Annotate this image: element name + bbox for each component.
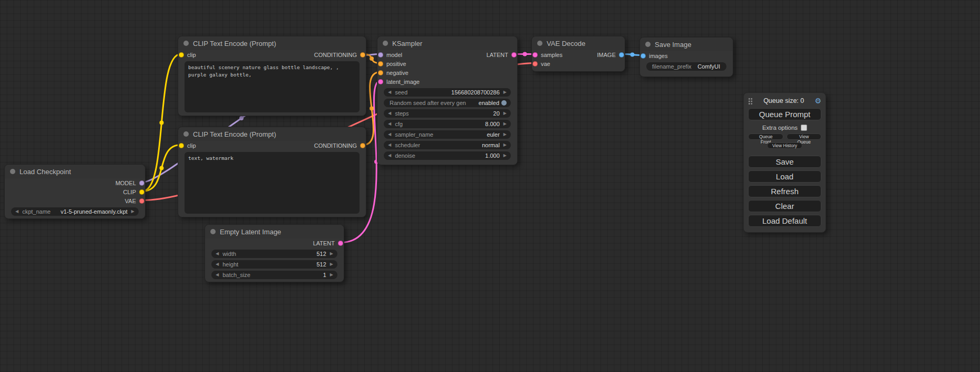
refresh-button[interactable]: Refresh [748, 185, 821, 197]
widget-label: Random seed after every gen [390, 100, 466, 106]
widget-ckpt-name[interactable]: ◀ ckpt_name v1-5-pruned-emaonly.ckpt ▶ [11, 207, 139, 216]
drag-handle-icon[interactable] [748, 97, 753, 104]
output-slot-conditioning[interactable] [360, 143, 365, 148]
node-title-bar[interactable]: CLIP Text Encode (Prompt) [178, 127, 366, 141]
output-label-clip: CLIP [123, 189, 136, 195]
wire-dot-clip-positive [160, 121, 164, 125]
slot-row: images [640, 51, 733, 60]
node-title-bar[interactable]: Load Checkpoint [5, 165, 145, 178]
menu-header: Queue size: 0 ⚙ [748, 96, 821, 106]
widget-scheduler[interactable]: ◀ scheduler normal ▶ [384, 141, 511, 149]
combo-prev-icon[interactable]: ◀ [388, 132, 391, 137]
widget-height[interactable]: ◀ height 512 ▶ [211, 260, 337, 269]
increment-icon[interactable]: ▶ [330, 252, 333, 256]
widget-random-seed-toggle[interactable]: Random seed after every gen enabled [384, 99, 511, 107]
slot-row: LATENT [205, 239, 344, 247]
input-slot-samples[interactable] [532, 52, 538, 58]
input-slot-vae[interactable] [532, 61, 538, 66]
settings-gear-icon[interactable]: ⚙ [814, 97, 821, 104]
output-slot-model[interactable] [139, 180, 144, 186]
output-slot-clip[interactable] [139, 189, 144, 195]
node-ksampler[interactable]: KSampler model LATENT positive negative [377, 36, 518, 165]
widget-steps[interactable]: ◀ steps 20 ▶ [384, 109, 511, 118]
node-empty-latent-image[interactable]: Empty Latent Image LATENT ◀ width 512 ▶ … [205, 224, 344, 282]
input-slot-negative[interactable] [378, 70, 383, 75]
widget-label: sampler_name [395, 131, 433, 138]
save-button[interactable]: Save [748, 156, 821, 168]
input-slot-images[interactable] [641, 53, 646, 59]
node-save-image[interactable]: Save Image images filename_prefix ComfyU… [639, 37, 733, 77]
output-slot-image[interactable] [619, 52, 624, 58]
decrement-icon[interactable]: ◀ [216, 273, 219, 277]
combo-next-icon[interactable]: ▶ [131, 209, 134, 214]
input-slot-model[interactable] [378, 52, 383, 58]
widget-cfg[interactable]: ◀ cfg 8.000 ▶ [384, 120, 511, 128]
node-title: Load Checkpoint [20, 168, 71, 176]
view-history-button[interactable]: View History [767, 142, 802, 149]
node-title-bar[interactable]: Save Image [640, 37, 733, 51]
decrement-icon[interactable]: ◀ [388, 111, 391, 116]
widget-filename-prefix[interactable]: filename_prefix ComfyUI [646, 62, 726, 71]
increment-icon[interactable]: ▶ [503, 122, 507, 126]
node-load-checkpoint[interactable]: Load Checkpoint MODEL CLIP VAE ◀ ckpt_na… [4, 164, 145, 219]
widget-sampler-name[interactable]: ◀ sampler_name euler ▶ [384, 130, 511, 139]
node-title-bar[interactable]: VAE Decode [532, 36, 625, 50]
output-slot-latent[interactable] [511, 52, 517, 58]
slot-row: latent_image [377, 77, 517, 86]
decrement-icon[interactable]: ◀ [388, 90, 391, 94]
widget-batch-size[interactable]: ◀ batch_size 1 ▶ [211, 271, 337, 279]
load-button[interactable]: Load [748, 170, 821, 183]
node-graph-canvas[interactable]: Load Checkpoint MODEL CLIP VAE ◀ ckpt_na… [0, 0, 980, 372]
toggle-knob-icon[interactable] [501, 100, 507, 106]
prompt-textarea[interactable]: beautiful scenery nature glass bottle la… [185, 61, 360, 112]
slot-row: model LATENT [377, 50, 517, 59]
slot-row: vae [532, 59, 625, 68]
node-status-dot [210, 229, 216, 234]
decrement-icon[interactable]: ◀ [388, 122, 391, 126]
slot-row: positive [377, 59, 517, 68]
increment-icon[interactable]: ▶ [330, 262, 333, 266]
widget-denoise[interactable]: ◀ denoise 1.000 ▶ [384, 151, 511, 160]
queue-prompt-button[interactable]: Queue Prompt [748, 108, 821, 120]
widget-value: 1.000 [485, 152, 500, 159]
clear-button[interactable]: Clear [748, 200, 821, 212]
decrement-icon[interactable]: ◀ [388, 154, 391, 158]
widget-value: 20 [493, 110, 500, 117]
combo-prev-icon[interactable]: ◀ [388, 143, 391, 147]
input-slot-clip[interactable] [179, 143, 184, 148]
decrement-icon[interactable]: ◀ [216, 252, 219, 256]
increment-icon[interactable]: ▶ [503, 111, 507, 116]
widget-label: filename_prefix [652, 63, 692, 70]
input-label-negative: negative [386, 70, 409, 76]
node-status-dot [10, 169, 15, 174]
widget-label: denoise [395, 152, 415, 159]
output-slot-conditioning[interactable] [360, 52, 365, 58]
decrement-icon[interactable]: ◀ [216, 262, 219, 266]
view-queue-button[interactable]: View Queue [787, 133, 821, 140]
extra-options-checkbox[interactable] [801, 125, 807, 131]
input-slot-latent-image[interactable] [378, 79, 383, 84]
combo-next-icon[interactable]: ▶ [503, 132, 507, 137]
slot-row: CLIP [5, 187, 145, 196]
node-clip-text-encode-negative[interactable]: CLIP Text Encode (Prompt) clip CONDITION… [178, 127, 366, 217]
combo-next-icon[interactable]: ▶ [503, 143, 507, 147]
input-slot-clip[interactable] [179, 52, 184, 58]
increment-icon[interactable]: ▶ [503, 154, 507, 158]
node-title-bar[interactable]: KSampler [377, 36, 517, 50]
prompt-textarea[interactable]: text, watermark [185, 152, 360, 214]
node-clip-text-encode-positive[interactable]: CLIP Text Encode (Prompt) clip CONDITION… [178, 36, 366, 116]
increment-icon[interactable]: ▶ [330, 273, 333, 277]
output-slot-vae[interactable] [139, 198, 144, 204]
queue-front-button[interactable]: Queue Front [748, 133, 783, 140]
widget-width[interactable]: ◀ width 512 ▶ [211, 250, 337, 258]
output-slot-latent[interactable] [338, 241, 343, 246]
input-slot-positive[interactable] [378, 61, 383, 66]
node-title-bar[interactable]: Empty Latent Image [205, 225, 344, 239]
increment-icon[interactable]: ▶ [503, 90, 507, 94]
node-vae-decode[interactable]: VAE Decode samples IMAGE vae [531, 36, 625, 72]
load-default-button[interactable]: Load Default [748, 215, 821, 227]
combo-prev-icon[interactable]: ◀ [15, 209, 18, 214]
input-label-model: model [386, 52, 402, 58]
widget-seed[interactable]: ◀ seed 156680208700286 ▶ [384, 88, 511, 97]
node-title-bar[interactable]: CLIP Text Encode (Prompt) [178, 36, 366, 50]
